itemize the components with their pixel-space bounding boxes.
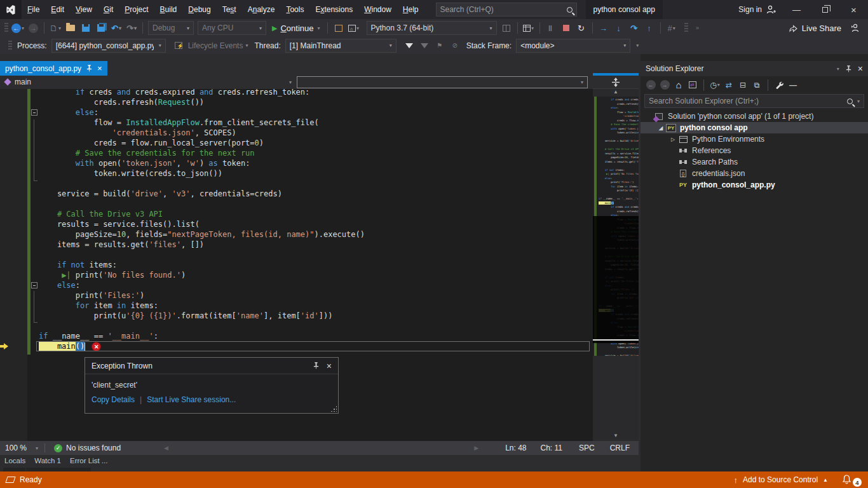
zoom-level-dropdown[interactable]: 100 %	[5, 444, 27, 452]
home-button[interactable]: ⌂	[672, 78, 685, 92]
member-dropdown[interactable]: ▾	[297, 76, 588, 88]
fold-collapse-icon[interactable]	[31, 109, 37, 116]
package-manager-button[interactable]	[499, 20, 513, 36]
hscroll-track[interactable]	[168, 441, 474, 455]
add-to-source-control-button[interactable]: Add to Source Control	[743, 475, 818, 484]
navigate-forward-button[interactable]: →	[26, 20, 40, 36]
open-folder-button[interactable]	[64, 20, 78, 36]
code-line[interactable]	[0, 199, 593, 209]
solution-home-button[interactable]: ⌂▾	[347, 20, 361, 36]
minimize-button[interactable]: —	[782, 0, 811, 19]
tree-item-search-paths[interactable]: Search Paths	[641, 156, 868, 168]
code-line[interactable]: service = build('drive', 'v3', credentia…	[0, 189, 593, 199]
step-over-button[interactable]: ↷	[627, 20, 641, 36]
background-tasks-icon[interactable]	[5, 477, 15, 483]
code-line[interactable]: else:	[0, 107, 593, 118]
code-line[interactable]: results = service.files().list(	[0, 219, 593, 229]
bottom-tab-error-list[interactable]: Error List ...	[70, 457, 107, 464]
sign-in-button[interactable]: Sign in	[732, 5, 782, 14]
menu-view[interactable]: View	[70, 0, 98, 19]
pin-icon[interactable]	[846, 65, 851, 72]
code-line[interactable]	[0, 250, 593, 260]
menu-help[interactable]: Help	[397, 0, 424, 19]
minimap-scrollbar[interactable]: ▲ if creds and creds.expired and creds.r…	[593, 76, 639, 441]
new-project-button[interactable]: 🗋▾	[48, 20, 62, 36]
editor-splitter-handle[interactable]	[593, 76, 639, 89]
bottom-tab-locals[interactable]: Locals	[4, 457, 25, 464]
menu-analyze[interactable]: Analyze	[242, 0, 281, 19]
code-line[interactable]: if not items:	[0, 260, 593, 270]
notification-count-badge[interactable]: 4	[853, 478, 862, 487]
code-line[interactable]: print('Files:')	[0, 290, 593, 301]
thread-dropdown[interactable]: [1] MainThread▾	[285, 39, 397, 53]
code-line[interactable]: else:	[0, 280, 593, 290]
scope-dropdown[interactable]: main ▾	[0, 76, 297, 89]
code-line[interactable]	[0, 179, 593, 189]
tree-expander-icon[interactable]: ▷	[670, 137, 676, 142]
lifecycle-events-button[interactable]: Lifecycle Events	[188, 41, 243, 50]
menu-tools[interactable]: Tools	[280, 0, 309, 19]
code-line[interactable]	[0, 321, 593, 331]
code-line[interactable]: # Call the Drive v3 API	[0, 209, 593, 219]
menu-edit[interactable]: Edit	[45, 0, 70, 19]
tree-item-credentials-json[interactable]: {}credentials.json	[641, 168, 868, 179]
code-line[interactable]: ▶| print('No files found.')	[0, 270, 593, 280]
code-line[interactable]: with open('token.json', 'w') as token:	[0, 158, 593, 168]
toolbar-grip[interactable]	[4, 23, 8, 33]
menu-project[interactable]: Project	[119, 0, 154, 19]
resize-grip[interactable]	[330, 405, 337, 412]
tree-expander-icon[interactable]: ◢	[658, 125, 664, 131]
filter-threads-button[interactable]	[402, 38, 416, 53]
space-indicator[interactable]: SPC	[579, 444, 595, 452]
column-indicator[interactable]: Ch: 11	[541, 444, 562, 452]
suspend-threads-button[interactable]: ⊘	[448, 38, 462, 53]
step-into-button[interactable]: ↓	[612, 20, 626, 36]
close-button[interactable]: ×	[839, 0, 868, 19]
restart-button[interactable]: ↻	[574, 20, 588, 36]
code-line[interactable]: token.write(creds.to_json())	[0, 168, 593, 179]
tree-item-python-consol-app-py[interactable]: PYpython_consol_app.py	[641, 179, 868, 191]
sync-with-active-document-button[interactable]: ⇄	[686, 78, 699, 92]
code-line[interactable]: main()✕	[0, 341, 593, 351]
minimap-viewport[interactable]	[593, 216, 639, 343]
collapse-all-button[interactable]: ⊟	[736, 78, 749, 92]
eol-indicator[interactable]: CRLF	[610, 444, 630, 452]
exception-close-icon[interactable]: ×	[327, 361, 332, 371]
menu-test[interactable]: Test	[217, 0, 242, 19]
hscroll-left-arrow[interactable]: ◀	[164, 445, 168, 451]
code-line[interactable]: if __name__ == '__main__':	[0, 331, 593, 341]
toolbar-grip[interactable]	[8, 41, 12, 51]
copy-details-link[interactable]: Copy Details	[92, 395, 135, 404]
code-lines[interactable]: if creds and creds.expired and creds.ref…	[0, 89, 593, 351]
tree-item-python-consol-app[interactable]: ◢PYpython consol app	[641, 122, 868, 133]
pause-button[interactable]: ‖	[544, 20, 558, 36]
solution-configuration-dropdown[interactable]: Debug▾	[148, 21, 194, 35]
start-live-share-link[interactable]: Start Live Share session...	[147, 395, 236, 404]
hex-display-button[interactable]: #▾	[665, 20, 679, 36]
menu-file[interactable]: File	[22, 0, 45, 19]
python-environment-dropdown[interactable]: Python 3.7 (64-bit)▾	[367, 21, 497, 35]
undo-button[interactable]: ↶▾	[109, 20, 123, 36]
step-out-button[interactable]: ↑	[642, 20, 656, 36]
redo-button[interactable]: ↷▾	[125, 20, 139, 36]
tree-item-python-environments[interactable]: ▷Python Environments	[641, 133, 868, 145]
tree-item-references[interactable]: References	[641, 145, 868, 156]
hscroll-right-arrow[interactable]: ▶	[474, 445, 478, 451]
minimap-content[interactable]: if creds and creds.expired and creds.ref…	[593, 97, 639, 356]
refresh-button[interactable]: ⇄	[722, 78, 735, 92]
search-box[interactable]: Search (Ctrl+Q)	[436, 3, 577, 17]
menu-debug[interactable]: Debug	[182, 0, 216, 19]
code-line[interactable]: flow = InstalledAppFlow.from_client_secr…	[0, 118, 593, 128]
live-share-button[interactable]: Live Share	[783, 20, 846, 36]
menu-git[interactable]: Git	[98, 0, 119, 19]
code-line[interactable]: if creds and creds.expired and creds.ref…	[0, 89, 593, 97]
forward-button[interactable]: →	[658, 78, 671, 92]
pin-icon[interactable]	[86, 65, 92, 72]
stop-button[interactable]	[559, 20, 573, 36]
save-button[interactable]	[79, 20, 93, 36]
window-layout-button[interactable]: ▾	[522, 20, 536, 36]
scroll-up-icon[interactable]: ▲	[593, 89, 639, 97]
pin-icon[interactable]	[313, 362, 319, 369]
menu-extensions[interactable]: Extensions	[309, 0, 358, 19]
show-next-statement-button[interactable]: →	[597, 20, 611, 36]
